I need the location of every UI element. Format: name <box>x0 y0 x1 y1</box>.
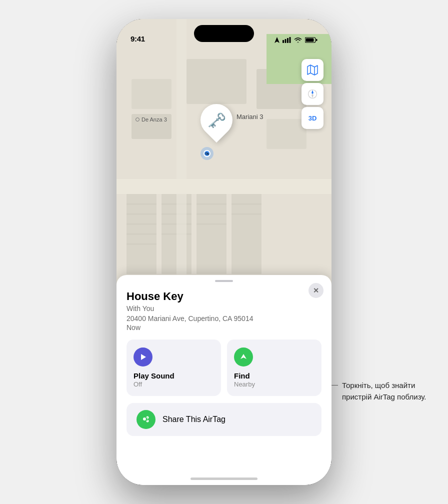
svg-rect-3 <box>290 37 291 43</box>
3d-button[interactable]: 3D <box>302 107 324 129</box>
svg-point-35 <box>136 118 140 122</box>
user-location: 🛍 <box>200 147 214 160</box>
find-nearby-label: Find <box>234 372 255 380</box>
wifi-icon <box>294 37 302 43</box>
sheet-title: House Key <box>116 290 332 303</box>
de-anza-label: De Anza 3 <box>136 116 167 122</box>
svg-rect-10 <box>196 194 226 274</box>
svg-rect-27 <box>116 179 332 194</box>
play-sound-icon-circle <box>134 348 152 366</box>
find-nearby-sublabel: Nearby <box>234 380 255 388</box>
phone-screen: 9:41 <box>116 19 332 485</box>
svg-rect-5 <box>316 39 318 41</box>
airtag-pin[interactable]: 🗝️ <box>200 104 232 139</box>
annotation-text: Торкніть, щоб знайти пристрій AirTag поб… <box>338 380 428 402</box>
svg-rect-34 <box>176 19 186 309</box>
signal-icon <box>282 37 291 43</box>
svg-rect-32 <box>266 119 306 149</box>
svg-rect-30 <box>186 59 246 104</box>
play-icon <box>138 352 148 362</box>
find-nearby-icon-circle <box>234 348 253 366</box>
svg-rect-28 <box>132 79 172 109</box>
sheet-time: Now <box>116 324 332 332</box>
svg-rect-6 <box>306 38 314 42</box>
svg-rect-11 <box>232 194 262 274</box>
sheet-with-you: With You 20400 Mariani Ave, Cupertino, C… <box>116 304 332 324</box>
arrow-up-icon <box>239 352 248 362</box>
home-indicator <box>190 478 258 480</box>
close-button[interactable]: ✕ <box>308 283 324 298</box>
pin-emoji: 🗝️ <box>208 112 226 129</box>
svg-rect-1 <box>285 39 286 43</box>
map-type-button[interactable] <box>302 59 324 81</box>
dynamic-island <box>194 25 254 42</box>
svg-rect-2 <box>287 38 288 43</box>
share-group-icon <box>141 414 151 424</box>
status-icons <box>274 37 318 43</box>
svg-rect-0 <box>282 40 284 43</box>
location-button[interactable] <box>302 83 324 105</box>
share-airtag-button[interactable]: Share This AirTag <box>126 403 322 436</box>
find-nearby-button[interactable]: Find Nearby <box>227 340 322 396</box>
map-icon <box>307 64 318 76</box>
phone-frame: 9:41 <box>116 19 332 485</box>
play-sound-button[interactable]: Play Sound Off <box>126 340 221 396</box>
compass-icon <box>308 89 318 99</box>
svg-point-42 <box>143 418 146 420</box>
pin-bubble: 🗝️ <box>194 98 240 143</box>
battery-icon <box>305 37 318 43</box>
share-airtag-label: Share This AirTag <box>162 415 226 424</box>
status-time: 9:41 <box>130 34 145 43</box>
play-sound-sublabel: Off <box>134 380 174 388</box>
location-status-icon <box>274 37 280 43</box>
map-svg <box>116 19 332 309</box>
mariani-label: Mariani 3 <box>236 113 263 120</box>
map-area[interactable]: De Anza 3 Mariani 3 🗝️ 🛍 <box>116 19 332 309</box>
share-icon-circle <box>136 410 156 429</box>
play-sound-label: Play Sound <box>134 372 174 380</box>
map-controls: 3D <box>302 59 324 129</box>
action-buttons: Play Sound Off Find Nearb <box>116 340 332 396</box>
svg-marker-40 <box>141 354 146 360</box>
svg-marker-41 <box>240 354 246 359</box>
sheet-handle <box>215 280 233 282</box>
bottom-sheet: ✕ House Key With You 20400 Mariani Ave, … <box>116 275 332 485</box>
svg-marker-36 <box>308 65 318 75</box>
